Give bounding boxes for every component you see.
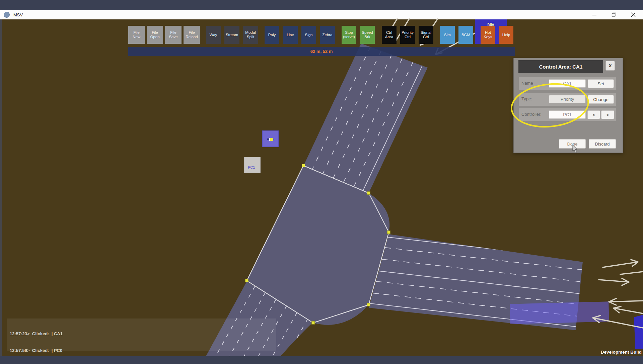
change-button[interactable]: Change: [588, 95, 614, 104]
toolbar-file-save[interactable]: File Save: [165, 26, 182, 44]
toolbar-help[interactable]: Help: [499, 26, 513, 44]
toolbar-bgm[interactable]: BGM: [458, 26, 473, 44]
priority-controller-marker[interactable]: PC1: [244, 157, 261, 173]
toolbar-priority-ctrl[interactable]: Priority Ctrl: [400, 26, 415, 44]
toolbar-stream[interactable]: Stream: [224, 26, 239, 44]
toolbar-signal-ctrl[interactable]: Signal Ctrl: [419, 26, 433, 44]
vertex-marker-yellow: [270, 138, 273, 141]
lane-highlight-rect[interactable]: [510, 301, 609, 324]
control-area-dialog: Control Area: CA1 X Name CA1 Set Type: P…: [513, 58, 623, 153]
toolbar-file-new[interactable]: File New: [128, 26, 145, 44]
toolbar-hot-keys[interactable]: Hot Keys: [481, 26, 495, 44]
log-line: 12:57:23> Clicked: | CA1: [10, 331, 88, 337]
control-area-marker[interactable]: CA1: [262, 130, 279, 147]
toolbar-file-open[interactable]: File Open: [147, 26, 163, 44]
dialog-row-type: Type: Priority Change: [519, 93, 616, 106]
toolbar-speed-brk[interactable]: Speed Brk: [360, 26, 375, 44]
canvas-left-edge: [0, 19, 2, 356]
controller-input[interactable]: PC1: [549, 110, 586, 119]
toolbar-way[interactable]: Way: [206, 26, 221, 44]
toolbar-file-reload[interactable]: File Reload: [184, 26, 200, 44]
controller-prev-button[interactable]: <: [587, 110, 600, 119]
discard-button[interactable]: Discard: [589, 139, 616, 149]
os-bottom-bar: [0, 356, 643, 364]
toolbar-sim[interactable]: Sim: [440, 26, 455, 44]
log-line: 12:57:59> Clicked: | PC0: [10, 348, 88, 354]
vertex-marker[interactable]: [269, 138, 273, 141]
name-input[interactable]: CA1: [549, 79, 586, 88]
controller-next-button[interactable]: >: [601, 110, 614, 119]
type-label: Type:: [521, 96, 532, 101]
toolbar-sign[interactable]: Sign: [301, 26, 316, 44]
priority-controller-label: PC1: [248, 165, 255, 169]
set-button[interactable]: Set: [588, 79, 614, 88]
toolbar-zebra[interactable]: Zebra: [320, 26, 335, 44]
dialog-row-controller: Controller: PC1 < >: [519, 108, 616, 121]
measurement-text: 62 m, 52 m: [310, 49, 333, 54]
toolbar-stop-serve[interactable]: Stop (serve): [342, 26, 356, 44]
done-button[interactable]: Done: [559, 139, 586, 149]
application-window: MSV: [0, 0, 643, 364]
dialog-close-button[interactable]: X: [605, 61, 615, 71]
controller-label: Controller:: [521, 112, 542, 117]
name-label: Name: [521, 81, 533, 86]
type-value: Priority: [549, 95, 586, 103]
dialog-title: Control Area: CA1: [518, 60, 603, 73]
toolbar-poly[interactable]: Poly: [265, 26, 279, 44]
corner-highlight-rect[interactable]: [634, 315, 643, 349]
toolbar-modal-split[interactable]: Modal Split: [243, 26, 258, 44]
toolbar-line[interactable]: Line: [283, 26, 298, 44]
development-build-label: Development Build: [601, 350, 642, 355]
toolbar-ctrl-area[interactable]: Ctrl Area: [382, 26, 397, 44]
dialog-row-name: Name CA1 Set: [519, 77, 616, 90]
measurement-bar: 62 m, 52 m: [128, 47, 515, 56]
